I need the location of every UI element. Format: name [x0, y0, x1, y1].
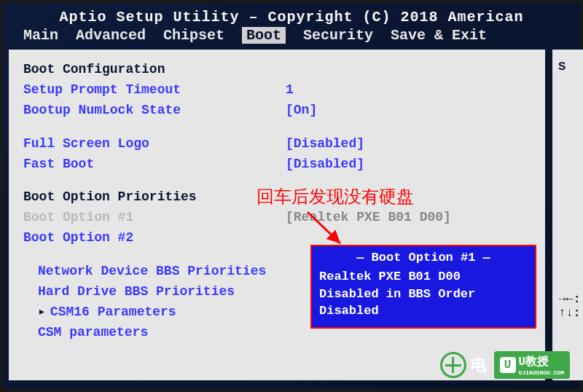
menu-bar: Main Advanced Chipset Boot Security Save…	[3, 27, 580, 48]
menu-save-exit[interactable]: Save & Exit	[391, 27, 487, 44]
crosshair-icon	[440, 352, 466, 378]
watermark: 电 U U教授 UJIAOSHOU.COM	[440, 351, 570, 379]
watermark-badge-2: U U教授 UJIAOSHOU.COM	[494, 351, 570, 379]
help-pane: S →←: Selec ↑↓: Selec	[551, 48, 583, 382]
annotation-text: 回车后发现没有硬盘	[257, 185, 414, 208]
menu-advanced[interactable]: Advanced	[76, 27, 146, 44]
submenu-arrow-icon: ▸	[38, 302, 50, 323]
popup-item-realtek[interactable]: Realtek PXE B01 D00	[319, 268, 528, 286]
pane-frame: Boot Configuration Setup Prompt Timeout …	[7, 48, 576, 382]
u-icon: U	[500, 357, 516, 373]
popup-item-disabled[interactable]: Disabled	[319, 302, 528, 320]
boot-option-popup: — Boot Option #1 — Realtek PXE B01 D00 D…	[310, 245, 536, 329]
main-pane: Boot Configuration Setup Prompt Timeout …	[7, 48, 547, 382]
watermark-badge-1: 电	[440, 351, 487, 379]
bios-screen: Aptio Setup Utility – Copyright (C) 2018…	[3, 3, 580, 389]
menu-security[interactable]: Security	[303, 27, 373, 44]
help-row-1: →←: Selec	[558, 292, 583, 306]
fast-boot[interactable]: Fast Boot [Disabled]	[23, 154, 531, 175]
boot-config-heading: Boot Configuration	[23, 60, 531, 80]
setup-prompt-timeout[interactable]: Setup Prompt Timeout 1	[23, 80, 531, 101]
menu-main[interactable]: Main	[23, 27, 58, 44]
svg-line-0	[308, 212, 340, 243]
spacer	[23, 121, 531, 134]
boot-option-1[interactable]: Boot Option #1 [Realtek PXE B01 D00]	[23, 208, 531, 228]
menu-boot[interactable]: Boot	[242, 27, 286, 44]
popup-item-disabled-bbs[interactable]: Disabled in BBS Order	[319, 286, 528, 303]
annotation-arrow-icon	[300, 208, 359, 252]
help-row-2: ↑↓: Selec	[558, 306, 583, 320]
bootup-numlock-state[interactable]: Bootup NumLock State [On]	[23, 101, 531, 121]
menu-chipset[interactable]: Chipset	[163, 27, 224, 44]
side-label: S	[558, 60, 583, 74]
title-bar: Aptio Setup Utility – Copyright (C) 2018…	[3, 3, 580, 27]
full-screen-logo[interactable]: Full Screen Logo [Disabled]	[23, 134, 531, 154]
